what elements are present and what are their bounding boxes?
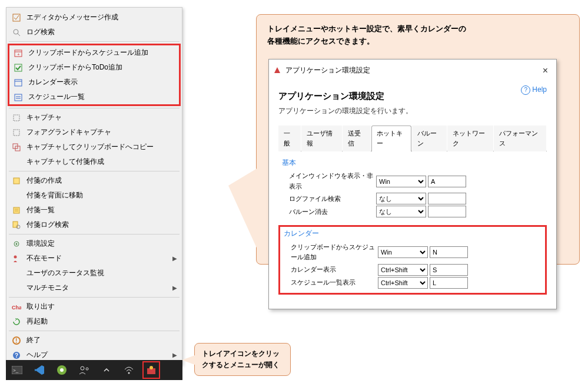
row-logsearch: ログファイル検索 なし xyxy=(282,192,543,205)
menu-separator xyxy=(9,297,180,298)
capture-icon xyxy=(11,113,22,123)
menu-item-capture-copy[interactable]: キャプチャしてクリップボードへコピー xyxy=(8,140,181,154)
calendar-add-icon: + xyxy=(13,48,24,58)
menu-item-clip-schedule[interactable]: +クリップボードからスケジュール追加 xyxy=(9,45,179,60)
menu-group-settings: 環境設定 不在モード▶ ユーザのステータス監視 マルチモニタ▶ xyxy=(8,236,181,295)
menu-label: キャプチャして付箋作成 xyxy=(26,157,177,167)
svg-point-34 xyxy=(81,367,84,370)
menu-label: 取り出す xyxy=(26,302,177,312)
menu-item-exit[interactable]: !終了 xyxy=(8,333,181,348)
tab-general[interactable]: 一般 xyxy=(278,126,301,151)
svg-point-24 xyxy=(14,255,17,258)
menu-label: ヘルプ xyxy=(26,350,172,360)
menu-group-fusen: 付箋の作成 付箋を背面に移動 付箋一覧 付箋ログ検索 xyxy=(8,173,181,232)
menu-label: 不在モード xyxy=(26,253,172,263)
menu-item-takeout[interactable]: Chat取り出す xyxy=(8,299,181,314)
callout-text-line1: トレイメニューやホットキー設定で、素早くカレンダーの xyxy=(267,23,569,35)
menu-item-log-search[interactable]: ログ検索 xyxy=(8,25,181,39)
menu-label: カレンダー表示 xyxy=(28,77,175,87)
svg-point-36 xyxy=(128,372,130,374)
taskbar-wifi-icon[interactable] xyxy=(122,364,135,377)
menu-label: 付箋一覧 xyxy=(26,205,177,215)
setting-label: カレンダー表示 xyxy=(291,265,378,275)
menu-item-fg-capture[interactable]: フォアグランドキャプチャ xyxy=(8,125,181,140)
menu-label: マルチモニタ xyxy=(26,283,172,293)
taskbar-android-icon[interactable] xyxy=(55,364,68,377)
modifier-select[interactable]: Win xyxy=(376,176,426,187)
section-title-basic: 基本 xyxy=(282,157,543,169)
tab-performance[interactable]: パフォーマンス xyxy=(494,126,546,151)
row-clip-schedule: クリップボードからスケジュール追加 Win xyxy=(284,242,542,263)
menu-item-settings[interactable]: 環境設定 xyxy=(8,236,181,251)
todo-add-icon xyxy=(13,63,24,72)
key-input[interactable] xyxy=(430,246,468,258)
menu-item-note-back[interactable]: 付箋を背面に移動 xyxy=(8,188,181,203)
modifier-select[interactable]: Ctrl+Shift xyxy=(378,277,428,289)
section-basic: 基本 メインウィンドウを表示・非表示 Win ログファイル検索 なし バルーン消… xyxy=(278,156,547,222)
tab-network[interactable]: ネットワーク xyxy=(447,126,494,151)
menu-label: スケジュール一覧 xyxy=(28,92,175,102)
menu-label: ログ検索 xyxy=(26,27,177,37)
svg-text:?: ? xyxy=(15,352,18,359)
menu-label: クリップボードからToDo追加 xyxy=(28,62,175,72)
menu-item-clip-todo[interactable]: クリップボードからToDo追加 xyxy=(9,60,179,75)
menu-item-calendar-show[interactable]: カレンダー表示 xyxy=(9,75,179,90)
search-icon xyxy=(11,28,22,37)
setting-label: クリップボードからスケジュール追加 xyxy=(291,242,378,263)
menu-label: エディタからメッセージ作成 xyxy=(26,12,177,22)
key-input[interactable] xyxy=(428,193,466,204)
row-balloon-clear: バルーン消去 なし xyxy=(282,205,543,218)
note-log-icon xyxy=(11,220,22,230)
menu-item-editor-msg[interactable]: エディタからメッセージ作成 xyxy=(8,10,181,25)
key-input[interactable] xyxy=(430,264,468,276)
key-input[interactable] xyxy=(428,206,466,217)
row-schedule-list: スケジュール一覧表示 Ctrl+Shift xyxy=(284,276,542,289)
taskbar-chevron-up-icon[interactable] xyxy=(100,364,113,377)
svg-rect-9 xyxy=(15,94,22,101)
dialog-titlebar: アプリケーション環境設定 × xyxy=(269,60,556,82)
menu-label: 環境設定 xyxy=(26,239,177,249)
svg-text:!: ! xyxy=(15,338,17,344)
menu-item-restart[interactable]: 再起動 xyxy=(8,314,181,329)
tab-hotkey[interactable]: ホットキー xyxy=(371,126,411,151)
key-input[interactable] xyxy=(430,277,468,289)
menu-item-user-status[interactable]: ユーザのステータス監視 xyxy=(8,266,181,280)
menu-separator xyxy=(9,171,180,171)
menu-item-multimonitor[interactable]: マルチモニタ▶ xyxy=(8,280,181,295)
menu-separator xyxy=(9,108,180,108)
svg-text:>_: >_ xyxy=(13,368,19,373)
callout-top: トレイメニューやホットキー設定で、素早くカレンダーの 各種機能にアクセスできます… xyxy=(256,14,580,265)
svg-text:+: + xyxy=(17,52,20,57)
modifier-select[interactable]: Ctrl+Shift xyxy=(378,264,428,276)
takeout-icon: Chat xyxy=(11,302,22,312)
blank-icon xyxy=(11,269,22,278)
dialog-heading: アプリケーション環境設定 xyxy=(278,89,547,103)
tab-userinfo[interactable]: ユーザ情報 xyxy=(301,126,341,151)
taskbar-people-icon[interactable] xyxy=(78,364,91,377)
settings-dialog: アプリケーション環境設定 × アプリケーション環境設定 アプリケーションの環境設… xyxy=(268,59,557,309)
menu-item-capture[interactable]: キャプチャ xyxy=(8,110,181,125)
section-calendar: カレンダー クリップボードからスケジュール追加 Win カレンダー表示 Ctrl… xyxy=(278,225,547,294)
dialog-window-title: アプリケーション環境設定 xyxy=(285,65,370,76)
menu-item-schedule-list[interactable]: スケジュール一覧 xyxy=(9,90,179,104)
svg-rect-0 xyxy=(13,14,20,21)
close-button[interactable]: × xyxy=(539,63,552,78)
taskbar-terminal-icon[interactable]: >_ xyxy=(11,364,24,377)
taskbar-app-tray-icon[interactable] xyxy=(145,364,158,377)
menu-separator xyxy=(9,234,180,235)
menu-item-away[interactable]: 不在モード▶ xyxy=(8,251,181,266)
row-mainwindow: メインウィンドウを表示・非表示 Win xyxy=(282,170,543,192)
tab-sendrecv[interactable]: 送受信 xyxy=(343,126,371,151)
taskbar-vscode-icon[interactable] xyxy=(33,364,46,377)
menu-item-note-log[interactable]: 付箋ログ検索 xyxy=(8,217,181,232)
help-link[interactable]: Help xyxy=(521,84,547,95)
menu-group-top: エディタからメッセージ作成 ログ検索 xyxy=(8,10,181,39)
modifier-select[interactable]: Win xyxy=(378,246,428,258)
menu-item-note-create[interactable]: 付箋の作成 xyxy=(8,173,181,188)
modifier-select[interactable]: なし xyxy=(376,193,426,204)
key-input[interactable] xyxy=(428,176,466,187)
menu-item-capture-note[interactable]: キャプチャして付箋作成 xyxy=(8,154,181,169)
modifier-select[interactable]: なし xyxy=(376,206,426,217)
menu-item-note-list[interactable]: 付箋一覧 xyxy=(8,203,181,217)
tab-balloon[interactable]: バルーン xyxy=(412,126,446,151)
